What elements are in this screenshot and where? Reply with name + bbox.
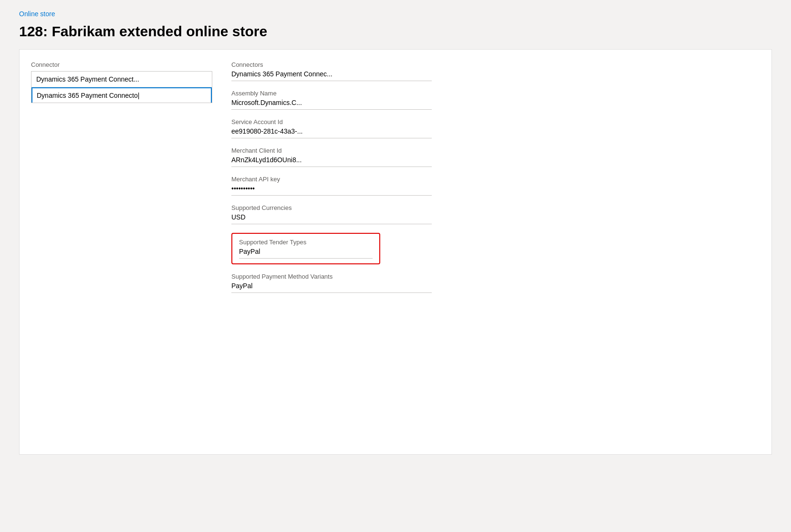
field-supported-currencies-label: Supported Currencies	[231, 204, 760, 211]
field-supported-currencies-value: USD	[231, 213, 432, 224]
breadcrumb-link[interactable]: Online store	[19, 10, 55, 18]
field-supported-tender-types-value: PayPal	[239, 248, 373, 259]
field-supported-tender-types: Supported Tender Types PayPal	[231, 233, 380, 264]
field-supported-payment-method-variants-label: Supported Payment Method Variants	[231, 273, 760, 280]
left-panel: Connector Dynamics 365 Payment Connect..…	[31, 61, 212, 443]
field-merchant-client-id-label: Merchant Client Id	[231, 147, 760, 154]
field-supported-currencies: Supported Currencies USD	[231, 204, 760, 224]
main-content: Connector Dynamics 365 Payment Connect..…	[19, 49, 772, 455]
field-merchant-api-key-value: ••••••••••	[231, 185, 432, 196]
field-supported-tender-types-label: Supported Tender Types	[239, 239, 373, 246]
connector-list: Dynamics 365 Payment Connect... Dynamics…	[31, 71, 212, 103]
field-merchant-api-key: Merchant API key ••••••••••	[231, 176, 760, 196]
field-supported-payment-method-variants-value: PayPal	[231, 282, 432, 293]
field-connectors-label: Connectors	[231, 61, 760, 68]
field-assembly-name-value: Microsoft.Dynamics.C...	[231, 99, 432, 110]
field-assembly-name-label: Assembly Name	[231, 90, 760, 97]
connector-section-label: Connector	[31, 61, 212, 68]
field-merchant-client-id-value: ARnZk4Lyd1d6OUni8...	[231, 156, 432, 167]
connector-list-item-selected[interactable]: Dynamics 365 Payment Connecto|	[31, 87, 212, 103]
page-title: 128: Fabrikam extended online store	[19, 23, 772, 40]
field-service-account-id-value: ee919080-281c-43a3-...	[231, 127, 432, 138]
field-assembly-name: Assembly Name Microsoft.Dynamics.C...	[231, 90, 760, 110]
right-panel: Connectors Dynamics 365 Payment Connec..…	[231, 61, 760, 443]
field-merchant-api-key-label: Merchant API key	[231, 176, 760, 183]
field-connectors-value: Dynamics 365 Payment Connec...	[231, 70, 432, 81]
page-wrapper: Online store 128: Fabrikam extended onli…	[0, 0, 791, 532]
field-merchant-client-id: Merchant Client Id ARnZk4Lyd1d6OUni8...	[231, 147, 760, 167]
field-service-account-id: Service Account Id ee919080-281c-43a3-..…	[231, 118, 760, 138]
field-connectors: Connectors Dynamics 365 Payment Connec..…	[231, 61, 760, 81]
connector-list-item[interactable]: Dynamics 365 Payment Connect...	[31, 72, 212, 87]
field-supported-payment-method-variants: Supported Payment Method Variants PayPal	[231, 273, 760, 293]
field-service-account-id-label: Service Account Id	[231, 118, 760, 125]
